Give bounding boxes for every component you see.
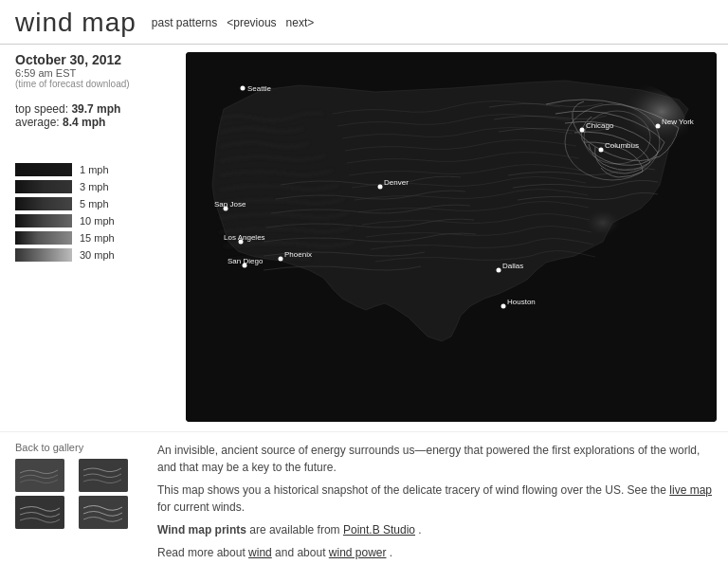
point-b-studio-link[interactable]: Point.B Studio [343, 523, 415, 537]
legend-swatch [15, 248, 72, 262]
svg-text:Chicago: Chicago [586, 121, 614, 130]
legend-swatch [15, 180, 72, 193]
gallery-thumb-4[interactable] [79, 496, 128, 529]
legend-label: 3 mph [80, 181, 109, 192]
svg-text:New York: New York [662, 118, 695, 126]
legend-label: 5 mph [80, 198, 109, 209]
svg-point-21 [378, 185, 383, 190]
svg-rect-28 [79, 459, 128, 492]
wind-power-link[interactable]: wind power [329, 546, 387, 559]
legend-swatch [15, 163, 72, 176]
past-patterns-link[interactable]: past patterns [152, 16, 217, 29]
legend-label: 10 mph [80, 215, 115, 227]
svg-point-7 [656, 124, 661, 129]
desc-p2: This map shows you a historical snapshot… [157, 482, 713, 516]
svg-point-19 [279, 257, 283, 262]
previous-link[interactable]: <previous [227, 16, 276, 29]
wind-legend: 1 mph3 mph5 mph10 mph15 mph30 mph [15, 163, 176, 262]
svg-text:Denver: Denver [384, 178, 409, 187]
legend-label: 1 mph [80, 164, 109, 175]
svg-point-11 [599, 148, 604, 153]
page-title: wind map [15, 8, 136, 38]
svg-text:Columbus: Columbus [605, 141, 639, 150]
desc-p4: Read more about wind and about wind powe… [157, 544, 713, 561]
legend-item: 30 mph [15, 248, 176, 262]
gallery-section: Back to gallery [15, 442, 138, 564]
avg-speed: average: 8.4 mph [15, 116, 176, 129]
legend-item: 10 mph [15, 214, 176, 227]
svg-text:Seattle: Seattle [247, 84, 271, 93]
wind-map: Seattle New York Chicago Columbus San Jo… [186, 52, 717, 422]
us-map-svg: Seattle New York Chicago Columbus San Jo… [186, 52, 717, 422]
svg-text:Phoenix: Phoenix [284, 250, 312, 259]
wind-link[interactable]: wind [248, 546, 272, 559]
svg-point-5 [241, 86, 246, 91]
legend-item: 1 mph [15, 163, 176, 176]
legend-swatch [15, 214, 72, 227]
legend-label: 30 mph [80, 249, 115, 261]
legend-item: 3 mph [15, 180, 176, 193]
page-header: wind map past patterns <previous next> [0, 0, 728, 45]
gallery-thumbs [15, 459, 138, 529]
main-content: October 30, 2012 6:59 am EST (time of fo… [0, 45, 728, 429]
gallery-thumb-2[interactable] [79, 459, 128, 492]
svg-rect-29 [15, 496, 64, 529]
svg-text:Houston: Houston [507, 298, 536, 306]
svg-text:Los Angeles: Los Angeles [224, 233, 265, 242]
time-display: 6:59 am EST [15, 67, 176, 79]
gallery-thumb-3[interactable] [15, 496, 64, 529]
svg-text:San Jose: San Jose [214, 200, 246, 209]
legend-item: 5 mph [15, 197, 176, 210]
bottom-section: Back to gallery [0, 431, 728, 564]
gallery-thumb-1[interactable] [15, 459, 64, 492]
forecast-note: (time of forecast download) [15, 79, 176, 89]
description-section: An invisible, ancient source of energy s… [157, 442, 713, 564]
live-map-link[interactable]: live map [669, 483, 712, 497]
legend-swatch [15, 197, 72, 210]
svg-text:Dallas: Dallas [502, 262, 523, 270]
header-nav: past patterns <previous next> [152, 16, 314, 29]
date-info: October 30, 2012 6:59 am EST (time of fo… [15, 52, 176, 89]
svg-point-1 [555, 81, 688, 185]
next-link[interactable]: next> [286, 16, 315, 29]
left-panel: October 30, 2012 6:59 am EST (time of fo… [15, 52, 176, 422]
svg-point-25 [501, 304, 506, 309]
top-speed: top speed: 39.7 mph [15, 102, 176, 116]
desc-p3: Wind map prints are available from Point… [157, 521, 713, 538]
date-display: October 30, 2012 [15, 52, 176, 67]
map-area: Seattle New York Chicago Columbus San Jo… [186, 52, 717, 422]
legend-item: 15 mph [15, 231, 176, 245]
svg-point-4 [546, 194, 622, 251]
legend-swatch [15, 231, 72, 245]
svg-point-9 [580, 128, 585, 133]
svg-point-23 [497, 268, 501, 273]
legend-label: 15 mph [80, 232, 115, 244]
speed-info: top speed: 39.7 mph average: 8.4 mph [15, 102, 176, 129]
svg-text:San Diego: San Diego [228, 257, 264, 265]
gallery-title: Back to gallery [15, 442, 138, 453]
desc-p1: An invisible, ancient source of energy s… [157, 442, 713, 476]
